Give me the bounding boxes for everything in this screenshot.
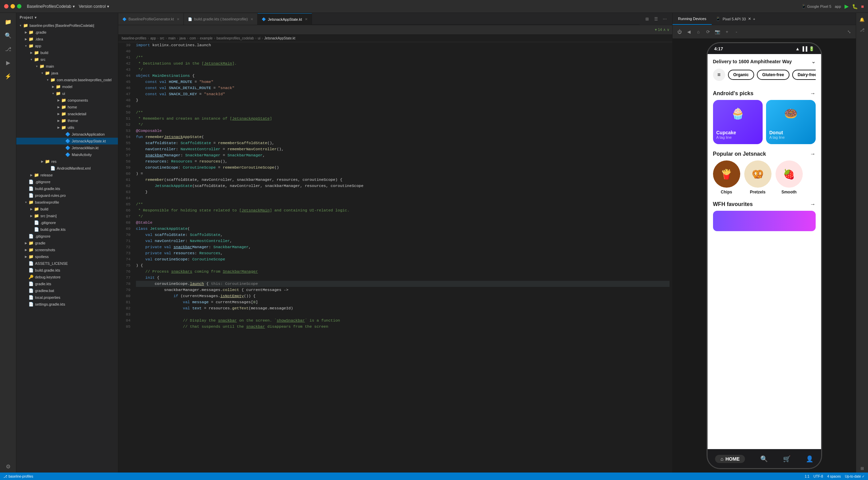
app-label[interactable]: app [835, 4, 841, 8]
sidebar-item-main[interactable]: ▾ 📁 main [16, 63, 118, 70]
sidebar-item-java[interactable]: ▾ 📁 java [16, 70, 118, 76]
popular-chips[interactable]: 🍟 Chips [713, 160, 740, 194]
chip-organic[interactable]: Organic [728, 70, 754, 80]
version-control-label[interactable]: Version control ▾ [79, 4, 109, 9]
sidebar-item-manifest[interactable]: ▶ 📄 AndroidManifest.xml [16, 165, 118, 172]
back-icon[interactable]: ◀ [685, 28, 693, 36]
sidebar-item-bp-gradle[interactable]: ▶ 📄 build.gradle.kts [16, 226, 118, 233]
sidebar-item-components[interactable]: ▶ 📁 components [16, 97, 118, 104]
nav-profile[interactable]: 👤 [806, 455, 813, 463]
sidebar-item-model[interactable]: ▶ 📁 model [16, 83, 118, 90]
sidebar-item-proguard[interactable]: ▶ 📄 proguard-rules.pro [16, 192, 118, 199]
phone-content[interactable]: Delivery to 1600 Amphitheater Way ⌄ ≡ Or… [708, 54, 821, 449]
search-icon[interactable]: 🔍 [2, 29, 14, 41]
stop-button[interactable]: ■ [861, 4, 864, 9]
run-button[interactable]: ▶ [845, 3, 849, 10]
sidebar-item-gradle-kts[interactable]: ▶ 📄 gradle.kts [16, 280, 118, 287]
code-content[interactable]: import kotlinx.coroutines.launch /** * D… [133, 42, 672, 473]
screenshot-icon[interactable]: 📷 [713, 28, 722, 36]
sidebar-item-gradle-hidden[interactable]: ▶ 📁 .gradle [16, 29, 118, 36]
layout-icon[interactable]: ☰ [653, 16, 659, 22]
sidebar-item-root-gradle[interactable]: ▶ 📄 build.gradle.kts [16, 267, 118, 274]
maximize-button[interactable] [17, 4, 21, 8]
sidebar-item-assets[interactable]: ▶ 📄 ASSETS_LICENSE [16, 260, 118, 267]
sidebar-item-buildgradle-app[interactable]: ▶ 📄 build.gradle.kts [16, 185, 118, 192]
rotate-icon[interactable]: ⟳ [704, 28, 712, 36]
sidebar-item-debug-keystore[interactable]: ▶ 🔑 debug.keystore [16, 274, 118, 280]
popular-pretzels[interactable]: 🥨 Pretzels [744, 160, 771, 194]
minimize-button[interactable] [11, 4, 15, 8]
chip-gluten-free[interactable]: Gluten-free [757, 70, 789, 80]
sidebar-item-bp-gitignore[interactable]: ▶ 📄 .gitignore [16, 219, 118, 226]
sidebar-item-mainactivity[interactable]: ▶ 🔷 MainActivity [16, 151, 118, 158]
app-name[interactable]: BaselineProfilesCodelab ▾ [27, 4, 75, 9]
aspect-ratio-icon[interactable]: ⤡ [845, 28, 853, 36]
sidebar-item-ui[interactable]: ▾ 📁 ui [16, 90, 118, 97]
sidebar-item-jetsnack-appstate[interactable]: ▶ 🔷 JetsnackAppState.kt [16, 138, 118, 144]
tab-jetsnack-appstate[interactable]: 🔷 JetsnackAppState.kt ✕ [258, 13, 312, 25]
tab-close-generator[interactable]: ✕ [177, 17, 179, 21]
status-branch[interactable]: ⎇ baseline-profiles [3, 475, 33, 478]
sidebar-item-theme[interactable]: ▶ 📁 theme [16, 117, 118, 124]
nav-home[interactable]: ⌂ HOME [715, 455, 745, 463]
sidebar-item-res[interactable]: ▶ 📁 res [16, 158, 118, 165]
notifications-icon[interactable]: 🔔 [858, 16, 866, 24]
git-icon[interactable]: ⎇ [2, 43, 14, 55]
sidebar-item-jetsnack-app[interactable]: ▶ 🔷 JetsnackApplication [16, 131, 118, 138]
tab-close-gradle[interactable]: ✕ [250, 17, 253, 21]
sidebar-item-bp-src[interactable]: ▶ 📁 src [main] [16, 212, 118, 219]
power-icon[interactable]: ⏻ [675, 28, 683, 36]
nav-search[interactable]: 🔍 [760, 455, 768, 463]
git-changes-icon[interactable]: ⎇ [858, 26, 866, 34]
close-button[interactable] [4, 4, 8, 8]
sidebar-item-release[interactable]: ▶ 📁 release [16, 172, 118, 178]
sidebar-item-local-props[interactable]: ▶ 📄 local.properties [16, 294, 118, 301]
zoom-in-icon[interactable]: + [723, 28, 731, 36]
extensions-icon[interactable]: ⚡ [2, 70, 14, 82]
sidebar-item-snackdetail[interactable]: ▶ 📁 snackdetail [16, 110, 118, 117]
picks-arrow-icon[interactable]: → [810, 90, 816, 97]
sidebar-item-utils[interactable]: ▶ 📁 utils [16, 124, 118, 131]
home-icon[interactable]: ⌂ [694, 28, 702, 36]
running-devices-tab[interactable]: Running Devices [673, 13, 712, 25]
layout-toggle-icon[interactable]: ⊞ [858, 464, 866, 473]
status-indent[interactable]: 4 spaces [827, 475, 841, 478]
popular-smooth[interactable]: 🍓 Smooth [776, 160, 803, 194]
sidebar-item-spotless[interactable]: ▶ 📁 spotless [16, 253, 118, 260]
sidebar-item-screenshots[interactable]: ▶ 📁 screenshots [16, 246, 118, 253]
sidebar-item-build[interactable]: ▶ 📁 build [16, 49, 118, 56]
nav-cart[interactable]: 🛒 [783, 455, 791, 463]
status-encoding[interactable]: UTF-8 [814, 475, 823, 478]
sidebar-item-root-gitignore[interactable]: ▶ 📄 .gitignore [16, 233, 118, 240]
tab-close-appstate[interactable]: ✕ [305, 17, 308, 21]
sidebar-item-package[interactable]: ▾ 📁 com.example.baselineprofiles_codel [16, 76, 118, 83]
settings-icon[interactable]: ⚙ [2, 460, 14, 473]
pick-cupcake[interactable]: 🧁 Cupcake A tag line [713, 100, 763, 144]
wfh-arrow-icon[interactable]: → [810, 201, 816, 207]
split-editor-icon[interactable]: ⊞ [644, 16, 650, 22]
sidebar-item-settings-gradle[interactable]: ▶ 📄 settings.gradle.kts [16, 301, 118, 308]
run-debug-icon[interactable]: ▶ [2, 56, 14, 69]
sidebar-item-idea[interactable]: ▶ 📁 .idea [16, 36, 118, 42]
sidebar-item-gradlew-bat[interactable]: ▶ 📄 gradlew.bat [16, 287, 118, 294]
sidebar-item-src[interactable]: ▾ 📁 src [16, 56, 118, 63]
tab-build-gradle[interactable]: 📄 build.gradle.kts (:baselineprofile) ✕ [184, 13, 258, 25]
zoom-out-icon[interactable]: - [732, 28, 741, 36]
more-actions-icon[interactable]: ⋯ [661, 16, 668, 22]
pick-donut[interactable]: 🍩 Donut A tag line [766, 100, 816, 144]
sidebar-item-gradle-folder[interactable]: ▶ 📁 gradle [16, 240, 118, 246]
debug-button[interactable]: 🐛 [852, 4, 858, 9]
code-editor[interactable]: 3940414243 4445464748 4950515253 5455565… [118, 42, 672, 473]
sidebar-item-gitignore-app[interactable]: ▶ 📄 .gitignore [16, 178, 118, 185]
status-line-col[interactable]: 1:1 [805, 475, 810, 478]
filter-icon-button[interactable]: ≡ [713, 69, 725, 81]
sidebar-item-baselineprofile[interactable]: ▾ 📁 baselineprofile [16, 199, 118, 206]
tab-baseline-generator[interactable]: 🔷 BaselineProfileGenerator.kt ✕ [118, 13, 184, 25]
sidebar-item-home[interactable]: ▶ 📁 home [16, 104, 118, 110]
sidebar-item-jetsnack-main[interactable]: ▶ 🔷 JetsnackMain.kt [16, 144, 118, 151]
popular-arrow-icon[interactable]: → [810, 151, 816, 157]
chip-dairy-free[interactable]: Dairy-free [792, 70, 816, 80]
sidebar-item-app[interactable]: ▾ 📁 app [16, 42, 118, 49]
files-icon[interactable]: 📁 [2, 16, 14, 28]
sidebar-item-bp-build[interactable]: ▶ 📁 build [16, 206, 118, 212]
